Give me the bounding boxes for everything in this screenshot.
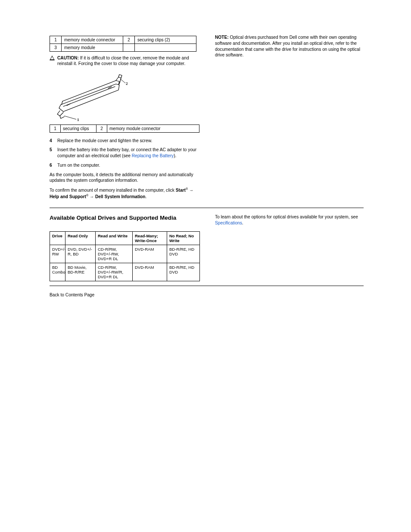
specifications-link[interactable]: Specifications [215, 221, 242, 225]
spec-h4: Read-Many; Write-Once [133, 231, 167, 245]
legend-1-num: 1 [50, 36, 62, 44]
key2-1-num: 1 [50, 124, 61, 132]
caution-label: CAUTION: [57, 56, 79, 60]
section-divider-top [50, 208, 364, 208]
legend-1-text: memory module connector [62, 36, 123, 44]
memory-slot-diagram: 1 2 [51, 71, 129, 123]
legend-3-num: 3 [50, 44, 62, 52]
step-4: 4 Replace the module cover and tighten t… [50, 138, 199, 144]
svg-text:2: 2 [126, 81, 128, 86]
replacing-battery-link[interactable]: Replacing the Battery [132, 153, 174, 158]
spec-h1: Drive [50, 231, 65, 245]
spec-intro: To learn about the options for optical d… [215, 214, 364, 226]
svg-line-1 [120, 79, 125, 83]
svg-line-0 [64, 116, 76, 119]
key2-2-num: 2 [97, 124, 107, 132]
spec-h3: Read and Write [96, 231, 133, 245]
caution-block: CAUTION: If it is difficult to close the… [50, 55, 199, 67]
step-5: 5 Insert the battery into the battery ba… [50, 147, 199, 159]
legend-2-text: securing clips (2) [135, 36, 196, 44]
optical-drives-table: Drive Read Only Read and Write Read-Many… [50, 231, 200, 281]
caution-icon [50, 56, 55, 60]
table-row: BD Combo BD Movie, BD-R/RE CD-R/RW, DVD+… [50, 263, 200, 281]
optical-note: NOTE: Optical drives purchased from Dell… [215, 34, 364, 58]
section-title: Available Optical Drives and Supported M… [50, 214, 199, 222]
boot-paragraph: As the computer boots, it detects the ad… [50, 172, 199, 184]
legend-table-bottom: 1 securing clips 2 memory module connect… [50, 124, 199, 133]
key2-1-text: securing clips [61, 124, 97, 132]
confirm-paragraph: To confirm the amount of memory installe… [50, 187, 199, 200]
legend-3-text: memory module [62, 44, 123, 52]
legend-table-top: 1 memory module connector 2 securing cli… [50, 36, 196, 52]
section-divider-bottom [50, 286, 364, 286]
svg-text:1: 1 [77, 118, 79, 122]
table-row: DVD+/- RW DVD, DVD+/-R, BD CD-R/RW, DVD+… [50, 245, 200, 263]
legend-2-num: 2 [123, 36, 135, 44]
spec-h2: Read Only [65, 231, 96, 245]
step-6: 6 Turn on the computer. [50, 162, 199, 168]
back-to-contents-link[interactable]: Back to Contents Page [50, 292, 364, 298]
key2-2-text: memory module connector [107, 124, 199, 132]
spec-h5: No Read; No Write [167, 231, 200, 245]
